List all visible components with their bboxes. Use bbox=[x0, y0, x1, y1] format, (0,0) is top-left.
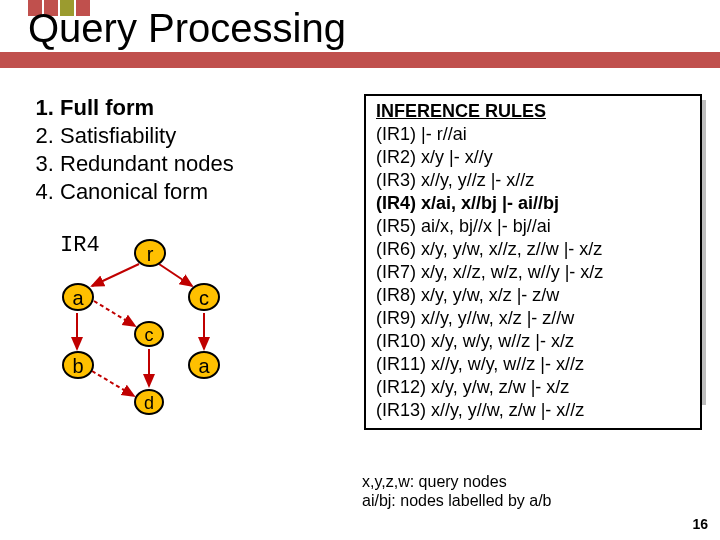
rule-ir2: (IR2) x/y |- x//y bbox=[376, 146, 690, 169]
rule-ir4: (IR4) x/ai, x//bj |- ai//bj bbox=[376, 192, 690, 215]
rule-ir3: (IR3) x//y, y//z |- x//z bbox=[376, 169, 690, 192]
footnote-line-1: x,y,z,w: query nodes bbox=[362, 472, 551, 491]
node-c-mid: c bbox=[134, 321, 164, 347]
svg-line-1 bbox=[159, 264, 192, 286]
title-bar: Query Processing bbox=[0, 0, 720, 70]
step-redundant-nodes: Redundant nodes bbox=[60, 150, 352, 178]
footnote: x,y,z,w: query nodes ai/bj: nodes labell… bbox=[362, 472, 551, 510]
rule-ir11: (IR11) x//y, w/y, w//z |- x//z bbox=[376, 353, 690, 376]
rule-ir9: (IR9) x//y, y//w, x/z |- z//w bbox=[376, 307, 690, 330]
svg-line-0 bbox=[92, 264, 139, 286]
rule-ir8: (IR8) x/y, y/w, x/z |- z/w bbox=[376, 284, 690, 307]
node-r: r bbox=[134, 239, 166, 267]
node-a-right: a bbox=[188, 351, 220, 379]
rule-ir1: (IR1) |- r//ai bbox=[376, 123, 690, 146]
svg-line-2 bbox=[94, 301, 135, 326]
footnote-line-2: ai/bj: nodes labelled by a/b bbox=[362, 491, 551, 510]
processing-steps: Full form Satisfiability Redundant nodes… bbox=[32, 94, 352, 207]
rule-ir10: (IR10) x/y, w/y, w//z |- x/z bbox=[376, 330, 690, 353]
rule-ir5: (IR5) ai/x, bj//x |- bj//ai bbox=[376, 215, 690, 238]
step-canonical-form: Canonical form bbox=[60, 178, 352, 206]
node-b: b bbox=[62, 351, 94, 379]
node-c-right: c bbox=[188, 283, 220, 311]
ir4-diagram: IR4 r a c c b a d bbox=[32, 231, 242, 431]
inference-rules-panel: INFERENCE RULES (IR1) |- r//ai (IR2) x/y… bbox=[364, 94, 702, 431]
diagram-label: IR4 bbox=[60, 233, 100, 258]
rule-ir7: (IR7) x/y, x//z, w/z, w//y |- x/z bbox=[376, 261, 690, 284]
rule-ir13: (IR13) x//y, y//w, z/w |- x//z bbox=[376, 399, 690, 422]
rule-ir12: (IR12) x/y, y/w, z/w |- x/z bbox=[376, 376, 690, 399]
rules-header: INFERENCE RULES bbox=[376, 100, 690, 123]
page-number: 16 bbox=[692, 516, 708, 532]
step-satisfiability: Satisfiability bbox=[60, 122, 352, 150]
node-a: a bbox=[62, 283, 94, 311]
node-d: d bbox=[134, 389, 164, 415]
rule-ir6: (IR6) x/y, y/w, x//z, z//w |- x/z bbox=[376, 238, 690, 261]
step-full-form: Full form bbox=[60, 94, 352, 122]
title-underline bbox=[0, 52, 720, 68]
page-title: Query Processing bbox=[28, 6, 346, 51]
svg-line-6 bbox=[92, 371, 134, 396]
